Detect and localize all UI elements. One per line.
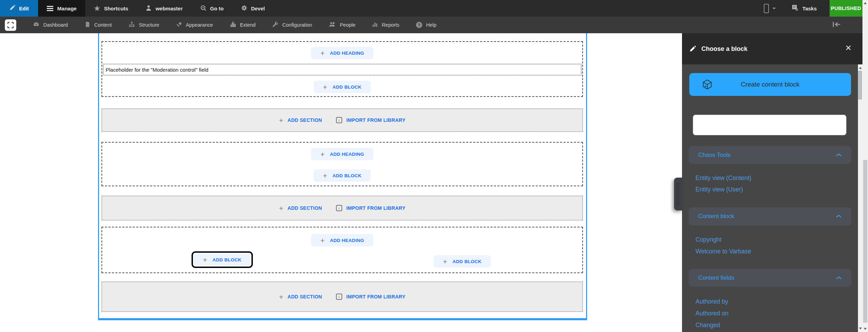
chevron-up-icon [836, 213, 842, 219]
toolbar-right-cluster: Tasks PUBLISHED [757, 0, 862, 17]
add-section-button[interactable]: + ADD SECTION [277, 116, 324, 124]
import-from-library-button[interactable]: ↓ IMPORT FROM LIBRARY [334, 205, 408, 212]
admin-item-people[interactable]: People [320, 17, 364, 33]
category-label: Content block [698, 213, 734, 220]
block-link-authored-on[interactable]: Authored on [696, 310, 728, 317]
import-from-library-label: IMPORT FROM LIBRARY [346, 205, 406, 211]
block-link-welcome-to-varbase[interactable]: Welcome to Varbase [696, 248, 751, 255]
admin-item-label: Content [94, 22, 112, 28]
panel-scrollbar[interactable] [858, 64, 862, 332]
extend-icon [230, 21, 236, 29]
menu-manage[interactable]: Manage [38, 0, 85, 17]
plus-icon: + [279, 205, 283, 212]
plus-icon: + [320, 50, 325, 57]
admin-item-extend[interactable]: Extend [221, 17, 264, 33]
admin-item-label: Structure [139, 22, 159, 28]
plus-icon: + [320, 237, 325, 244]
create-content-block-label: Create content block [741, 81, 800, 88]
library-import-icon: ↓ [336, 205, 342, 211]
responsive-preview-button[interactable] [757, 4, 783, 13]
admin-toolbar: Dashboard Content Structure Appearance E… [0, 17, 862, 33]
menu-devel[interactable]: Devel [232, 0, 274, 17]
library-import-icon: ↓ [336, 117, 342, 123]
layout-section-1: + ADD HEADING Placeholder for the "Moder… [101, 41, 583, 97]
gear-icon [241, 5, 247, 12]
chevron-up-icon [836, 275, 842, 281]
menu-tasks-label: Tasks [803, 6, 817, 11]
content-icon [85, 21, 90, 28]
add-section-label: ADD SECTION [287, 294, 322, 299]
panel-scrollbar-thumb[interactable] [858, 71, 862, 99]
menu-user[interactable]: webmaster [137, 0, 191, 17]
add-heading-button[interactable]: + ADD HEADING [311, 234, 373, 246]
close-icon[interactable]: × [843, 42, 853, 53]
column-right: + ADD BLOCK [342, 251, 582, 271]
add-heading-label: ADD HEADING [330, 51, 364, 56]
site-logo[interactable] [5, 19, 16, 31]
block-link-entity-view-content[interactable]: Entity view (Content) [696, 174, 751, 182]
menu-shortcuts[interactable]: ★ Shortcuts [85, 0, 137, 17]
reports-icon [372, 21, 378, 28]
add-heading-button[interactable]: + ADD HEADING [311, 148, 373, 160]
add-block-button[interactable]: + ADD BLOCK [434, 255, 491, 268]
user-icon [145, 5, 152, 12]
admin-item-configuration[interactable]: Configuration [264, 17, 320, 33]
panel-drag-handle[interactable] [674, 178, 683, 210]
tab-edit[interactable]: Edit [0, 0, 38, 17]
plus-icon: + [323, 83, 327, 91]
menu-goto-label: Go to [210, 6, 224, 11]
pencil-icon [9, 5, 15, 12]
admin-item-dashboard[interactable]: Dashboard [25, 17, 76, 33]
create-content-block-button[interactable]: Create content block [689, 73, 851, 96]
top-toolbar: Edit Manage ★ Shortcuts webmaster Go to … [0, 0, 862, 17]
page-scrollbar[interactable] [862, 0, 868, 332]
scroll-up-arrow-icon[interactable] [864, 2, 867, 4]
add-section-button[interactable]: + ADD SECTION [277, 204, 324, 212]
scroll-down-arrow-icon[interactable] [864, 328, 867, 330]
add-block-button-focused[interactable]: + ADD BLOCK [194, 253, 251, 266]
add-heading-label: ADD HEADING [330, 238, 364, 243]
admin-item-label: Help [426, 22, 436, 28]
add-block-button[interactable]: + ADD BLOCK [313, 169, 371, 182]
block-link-copyright[interactable]: Copyright [696, 236, 721, 243]
category-content-fields[interactable]: Content fields [689, 269, 851, 287]
admin-item-label: Dashboard [43, 22, 68, 28]
moderation-control-placeholder: Placeholder for the "Moderation control"… [103, 64, 582, 75]
admin-item-structure[interactable]: Structure [120, 17, 168, 33]
menu-tasks[interactable]: Tasks [783, 4, 825, 12]
admin-item-content[interactable]: Content [76, 17, 120, 33]
hamburger-icon [47, 6, 53, 11]
import-from-library-button[interactable]: ↓ IMPORT FROM LIBRARY [334, 293, 408, 300]
block-link-authored-by[interactable]: Authored by [696, 298, 728, 305]
configuration-icon [272, 21, 278, 29]
down-arrow-glyph: ↓ [338, 206, 340, 210]
block-link-changed[interactable]: Changed [696, 322, 720, 329]
admin-item-reports[interactable]: Reports [364, 17, 408, 33]
import-from-library-button[interactable]: ↓ IMPORT FROM LIBRARY [334, 117, 408, 124]
scroll-down-arrow-icon[interactable] [859, 327, 862, 330]
category-chaos-tools[interactable]: Chaos Tools [689, 146, 851, 164]
add-section-label: ADD SECTION [287, 117, 322, 123]
toolbar-tray: ★ Shortcuts webmaster Go to Devel Tasks … [85, 0, 862, 17]
block-link-entity-view-user[interactable]: Entity view (User) [696, 186, 743, 193]
block-search-input[interactable] [693, 115, 847, 135]
layout-section-2: + ADD HEADING + ADD BLOCK [101, 142, 583, 186]
scroll-up-arrow-icon[interactable] [859, 67, 862, 69]
add-block-button[interactable]: + ADD BLOCK [313, 81, 371, 93]
admin-item-label: Reports [382, 22, 399, 28]
add-block-label: ADD BLOCK [333, 173, 362, 178]
admin-item-appearance[interactable]: Appearance [168, 17, 221, 33]
admin-item-help[interactable]: ? Help [408, 17, 445, 33]
add-section-button[interactable]: + ADD SECTION [277, 293, 324, 301]
toolbar-collapse-button[interactable] [830, 17, 843, 33]
menu-goto[interactable]: Go to [192, 0, 232, 17]
people-icon [329, 21, 336, 28]
category-content-block[interactable]: Content block [689, 207, 851, 225]
add-heading-button[interactable]: + ADD HEADING [311, 47, 373, 59]
admin-item-label: People [340, 22, 355, 28]
admin-item-label: Extend [240, 22, 256, 28]
down-arrow-glyph: ↓ [338, 118, 340, 123]
page-scrollbar-thumb[interactable] [863, 160, 867, 323]
status-badge: PUBLISHED [830, 0, 862, 17]
dashboard-icon [33, 21, 39, 29]
